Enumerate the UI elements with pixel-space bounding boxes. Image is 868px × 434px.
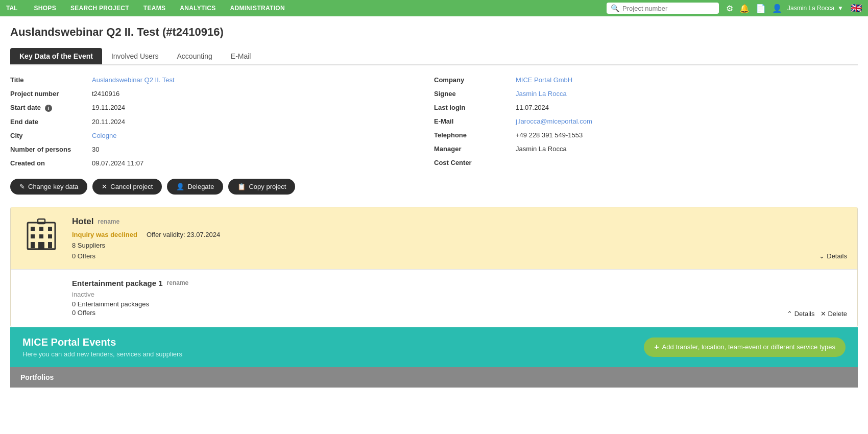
company-label: Company [434, 76, 516, 84]
nav-icons: ⚙ 🔔 📄 👤 [726, 4, 782, 13]
delegate-icon: 👤 [176, 183, 184, 190]
ent-title-row: Entertainment package 1 rename [72, 279, 847, 287]
last-login-label: Last login [434, 104, 516, 111]
tab-bar: Key Data of the Event Involved Users Acc… [10, 48, 858, 65]
tab-key-data[interactable]: Key Data of the Event [10, 48, 102, 64]
manager-value: Jasmin La Rocca [516, 145, 567, 153]
telephone-value: +49 228 391 549-1553 [516, 131, 583, 139]
key-data-grid: Title Auslandswebinar Q2 II. Test Projec… [10, 75, 858, 168]
user-icon[interactable]: 👤 [772, 4, 782, 13]
created-label: Created on [10, 159, 92, 167]
user-name: Jasmin La Rocca [787, 5, 834, 12]
delegate-button[interactable]: 👤 Delegate [167, 179, 223, 195]
telephone-row: Telephone +49 228 391 549-1553 [434, 130, 858, 140]
manager-row: Manager Jasmin La Rocca [434, 143, 858, 154]
email-row: E-Mail j.larocca@miceportal.com [434, 116, 858, 127]
title-label: Title [10, 76, 92, 84]
page-content: Auslandswebinar Q2 II. Test (#t2410916) … [0, 16, 868, 397]
add-service-button[interactable]: + Add transfer, location, team-event or … [644, 337, 846, 357]
portfolios-section: Portfolios [10, 367, 858, 388]
tab-email[interactable]: E-Mail [222, 48, 260, 64]
change-key-data-button[interactable]: ✎ Change key data [10, 179, 87, 195]
search-bar[interactable]: 🔍 [607, 3, 719, 14]
search-icon: 🔍 [611, 4, 619, 12]
cancel-project-button[interactable]: ✕ Cancel project [92, 179, 162, 195]
search-input[interactable] [622, 5, 715, 12]
svg-rect-4 [31, 234, 35, 238]
hotel-building-icon [23, 216, 59, 252]
portfolios-title: Portfolios [20, 373, 54, 381]
last-login-row: Last login 11.07.2024 [434, 102, 858, 113]
nav-teams[interactable]: TEAMS [136, 0, 173, 16]
delete-x-icon: ✕ [821, 310, 826, 318]
email-label: E-Mail [434, 117, 516, 125]
bell-icon[interactable]: 🔔 [739, 4, 750, 13]
project-number-value: t2410916 [92, 90, 119, 98]
user-menu[interactable]: Jasmin La Rocca ▼ 🇬🇧 [787, 3, 862, 14]
mice-banner-subtitle: Here you can add new tenders, services a… [22, 350, 182, 358]
svg-rect-1 [31, 227, 35, 231]
svg-rect-5 [39, 234, 43, 238]
entertainment-card: Entertainment package 1 rename inactive … [11, 269, 857, 327]
brand-logo: TAL [6, 5, 17, 12]
ent-delete-link[interactable]: ✕ Delete [821, 310, 847, 318]
hotel-icon-wrap [21, 216, 62, 252]
plus-icon: + [654, 343, 659, 352]
nav-administration[interactable]: ADMINISTRATION [223, 0, 292, 16]
persons-row: Number of persons 30 [10, 144, 434, 155]
hotel-suppliers: 8 Suppliers [72, 242, 847, 249]
signee-value: Jasmin La Rocca [516, 90, 567, 98]
start-date-row: Start date i 19.11.2024 [10, 102, 434, 113]
edit-icon: ✎ [19, 183, 25, 190]
svg-rect-7 [31, 242, 35, 248]
ent-details-link[interactable]: ⌃ Details [787, 310, 815, 318]
title-value: Auslandswebinar Q2 II. Test [92, 76, 175, 84]
end-date-value: 20.11.2024 [92, 118, 125, 126]
chevron-up-icon: ⌃ [787, 310, 792, 318]
svg-rect-9 [48, 242, 52, 248]
project-number-label: Project number [10, 90, 92, 98]
copy-project-button[interactable]: 📋 Copy project [228, 179, 295, 195]
page-title: Auslandswebinar Q2 II. Test (#t2410916) [10, 26, 858, 39]
city-value: Cologne [92, 132, 116, 139]
signee-label: Signee [434, 90, 516, 98]
ent-actions: ⌃ Details ✕ Delete [787, 310, 847, 318]
ent-offers: 0 Offers [72, 309, 847, 317]
hotel-details-link[interactable]: ⌄ Details [819, 252, 847, 260]
file-icon[interactable]: 📄 [756, 4, 766, 13]
nav-shops[interactable]: SHOPS [27, 0, 63, 16]
language-flag[interactable]: 🇬🇧 [851, 3, 862, 14]
city-row: City Cologne [10, 130, 434, 141]
chevron-down-icon: ⌄ [819, 252, 825, 260]
tab-accounting[interactable]: Accounting [168, 48, 222, 64]
hotel-title-text: Hotel [72, 216, 94, 227]
persons-label: Number of persons [10, 146, 92, 153]
hotel-info: Hotel rename Inquiry was declined Offer … [72, 216, 847, 260]
city-label: City [10, 132, 92, 139]
manager-label: Manager [434, 145, 516, 153]
project-number-row: Project number t2410916 [10, 88, 434, 99]
settings-icon[interactable]: ⚙ [726, 4, 733, 13]
created-row: Created on 09.07.2024 11:07 [10, 158, 434, 168]
svg-rect-2 [39, 227, 43, 231]
info-icon[interactable]: i [45, 105, 52, 112]
signee-row: Signee Jasmin La Rocca [434, 88, 858, 99]
tab-involved-users[interactable]: Involved Users [102, 48, 168, 64]
nav-analytics[interactable]: ANALYTICS [173, 0, 223, 16]
section-card: Hotel rename Inquiry was declined Offer … [10, 207, 858, 327]
end-date-label: End date [10, 118, 92, 126]
svg-rect-3 [48, 227, 52, 231]
nav-search-project[interactable]: SEARCH PROJECT [63, 0, 136, 16]
telephone-label: Telephone [434, 131, 516, 139]
svg-rect-6 [48, 234, 52, 238]
ent-rename-link[interactable]: rename [167, 279, 189, 286]
company-row: Company MICE Portal GmbH [434, 75, 858, 85]
top-navigation: TAL SHOPS SEARCH PROJECT TEAMS ANALYTICS… [0, 0, 868, 16]
email-value: j.larocca@miceportal.com [516, 117, 592, 125]
hotel-card: Hotel rename Inquiry was declined Offer … [11, 207, 857, 269]
ent-packages: 0 Entertainment packages [72, 300, 847, 308]
title-row: Title Auslandswebinar Q2 II. Test [10, 75, 434, 85]
ent-title-text: Entertainment package 1 [72, 279, 163, 287]
mice-portal-events-banner: MICE Portal Events Here you can add new … [10, 327, 858, 367]
hotel-rename-link[interactable]: rename [98, 218, 120, 225]
